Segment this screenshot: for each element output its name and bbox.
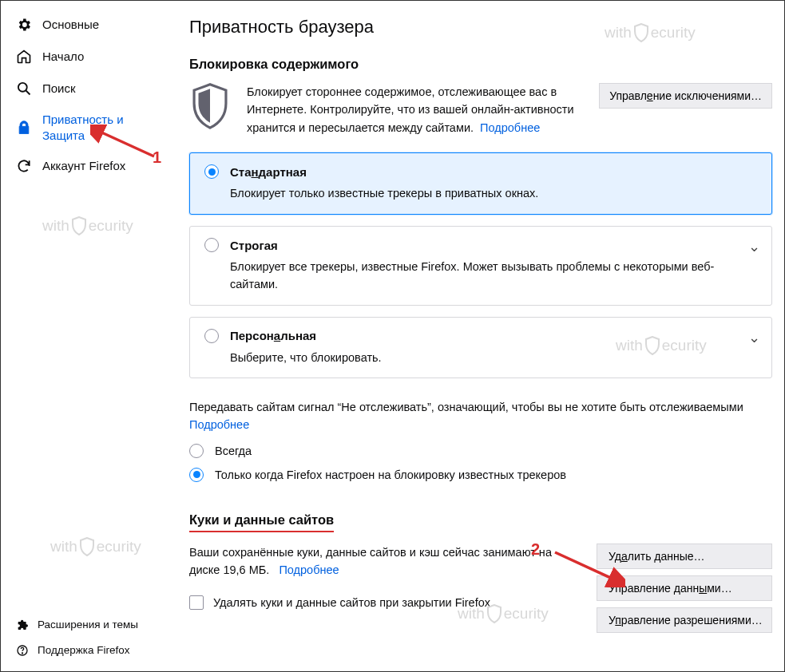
sidebar-item-account[interactable]: Аккаунт Firefox [1,150,172,182]
search-icon [15,80,33,97]
radio-custom[interactable] [204,329,219,343]
shield-icon [189,83,234,132]
annotation-number-2: 2 [531,540,540,559]
option-title: Персональная [230,329,316,342]
sidebar-item-addons[interactable]: Расширения и темы [1,612,172,638]
dnt-option-onlywhen[interactable]: Только когда Firefox настроен на блокиро… [189,468,772,482]
radio-strict[interactable] [204,238,219,252]
svg-point-3 [22,653,22,654]
sidebar-item-privacy[interactable]: Приватность и Защита [1,105,172,150]
svg-point-0 [18,83,27,92]
sidebar-label: Поддержка Firefox [38,643,129,658]
option-standard[interactable]: Стандартная Блокирует только известные т… [189,152,772,215]
sidebar-label: Поиск [42,81,76,97]
main-panel: Приватность браузера Блокировка содержим… [172,1,784,671]
option-title: Строгая [230,239,278,252]
cookies-heading: Куки и данные сайтов [189,512,334,532]
gear-icon [15,16,33,34]
option-desc: Блокирует только известные трекеры в при… [204,185,757,203]
learn-more-link[interactable]: Подробнее [279,563,339,576]
sidebar-label: Основные [42,17,99,33]
manage-data-button[interactable]: Управление данными… [597,575,772,601]
sidebar-label: Расширения и темы [38,618,138,632]
option-strict[interactable]: ⌄ Строгая Блокирует все трекеры, известн… [189,226,772,306]
chevron-down-icon[interactable]: ⌄ [748,329,760,346]
learn-more-link[interactable]: Подробнее [189,418,249,431]
option-desc: Выберите, что блокировать. [204,350,757,367]
lock-icon [15,119,33,136]
learn-more-link[interactable]: Подробнее [480,121,540,134]
page-title: Приватность браузера [189,17,772,38]
question-icon [15,643,30,658]
sidebar-label: Начало [42,49,84,65]
chevron-down-icon[interactable]: ⌄ [748,238,760,255]
clear-on-close-row[interactable]: Удалять куки и данные сайтов при закрыти… [189,594,581,611]
home-icon [15,48,33,65]
sync-icon [15,157,33,175]
clear-data-button[interactable]: Удалить данные… [597,544,772,569]
sidebar-label: Аккаунт Firefox [42,158,125,174]
option-custom[interactable]: ⌄ Персональная Выберите, что блокировать… [189,317,772,379]
content-blocking-heading: Блокировка содержимого [189,57,772,72]
option-desc: Блокирует все трекеры, известные Firefox… [204,259,757,294]
manage-permissions-button[interactable]: Управление разрешениями… [597,607,772,633]
sidebar-item-home[interactable]: Начало [1,41,172,73]
radio-standard[interactable] [204,164,219,179]
dnt-option-always[interactable]: Всегда [189,444,772,458]
option-title: Стандартная [230,165,307,179]
cookies-description: Ваши сохранённые куки, данные сайтов и к… [189,544,581,579]
manage-exceptions-button[interactable]: Управление исключениями… [599,83,772,109]
sidebar-item-general[interactable]: Основные [1,9,172,41]
radio-onlywhen[interactable] [189,468,204,482]
radio-always[interactable] [189,444,204,458]
dnt-description: Передавать сайтам сигнал “Не отслеживать… [189,399,772,434]
annotation-number-1: 1 [153,148,161,167]
sidebar: Основные Начало Поиск Приватность и Защи… [1,1,172,671]
clear-on-close-checkbox[interactable] [189,595,204,610]
svg-line-1 [26,91,30,95]
sidebar-item-support[interactable]: Поддержка Firefox [1,638,172,663]
puzzle-icon [15,618,30,632]
content-blocking-description: Блокирует стороннее содержимое, отслежив… [247,83,599,136]
sidebar-label: Приватность и Защита [42,112,164,143]
sidebar-item-search[interactable]: Поиск [1,73,172,105]
